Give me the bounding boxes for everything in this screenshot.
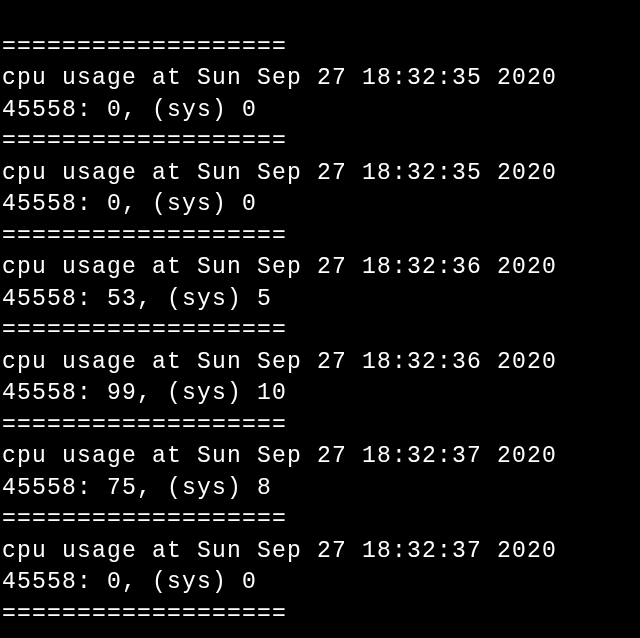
cpu-usage-header: cpu usage at Sun Sep 27 18:32:35 2020 (2, 160, 557, 186)
separator-line: =================== (2, 223, 287, 249)
cpu-usage-values: 45558: 53, (sys) 5 (2, 286, 272, 312)
cpu-usage-header: cpu usage at Sun Sep 27 18:32:35 2020 (2, 65, 557, 91)
cpu-usage-header: cpu usage at Sun Sep 27 18:32:37 2020 (2, 538, 557, 564)
cpu-usage-values: 45558: 99, (sys) 10 (2, 380, 287, 406)
cpu-usage-header: cpu usage at Sun Sep 27 18:32:36 2020 (2, 349, 557, 375)
separator-line: =================== (2, 317, 287, 343)
separator-line: =================== (2, 506, 287, 532)
cpu-usage-values: 45558: 0, (sys) 0 (2, 97, 257, 123)
cpu-usage-values: 45558: 75, (sys) 8 (2, 475, 272, 501)
cpu-usage-values: 45558: 0, (sys) 0 (2, 569, 257, 595)
cpu-usage-header: cpu usage at Sun Sep 27 18:32:37 2020 (2, 443, 557, 469)
separator-line: =================== (2, 601, 287, 627)
separator-line: =================== (2, 412, 287, 438)
separator-line: =================== (2, 34, 287, 60)
cpu-usage-values: 45558: 0, (sys) 0 (2, 191, 257, 217)
cpu-usage-header: cpu usage at Sun Sep 27 18:32:36 2020 (2, 254, 557, 280)
terminal-output: =================== cpu usage at Sun Sep… (0, 0, 640, 630)
separator-line: =================== (2, 128, 287, 154)
